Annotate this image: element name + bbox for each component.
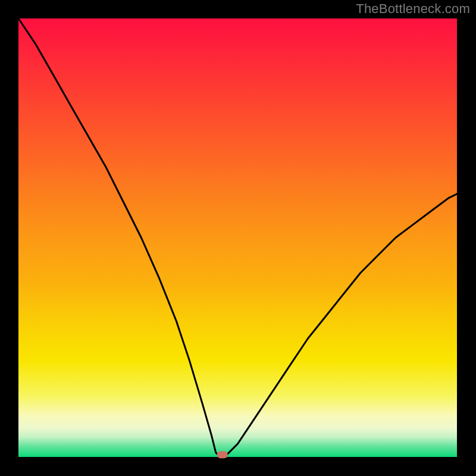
chart-frame: TheBottleneck.com	[0, 0, 476, 476]
bottleneck-marker	[217, 451, 228, 458]
watermark-text: TheBottleneck.com	[356, 1, 470, 17]
bottleneck-curve-chart	[0, 0, 476, 476]
plot-area	[18, 18, 457, 457]
